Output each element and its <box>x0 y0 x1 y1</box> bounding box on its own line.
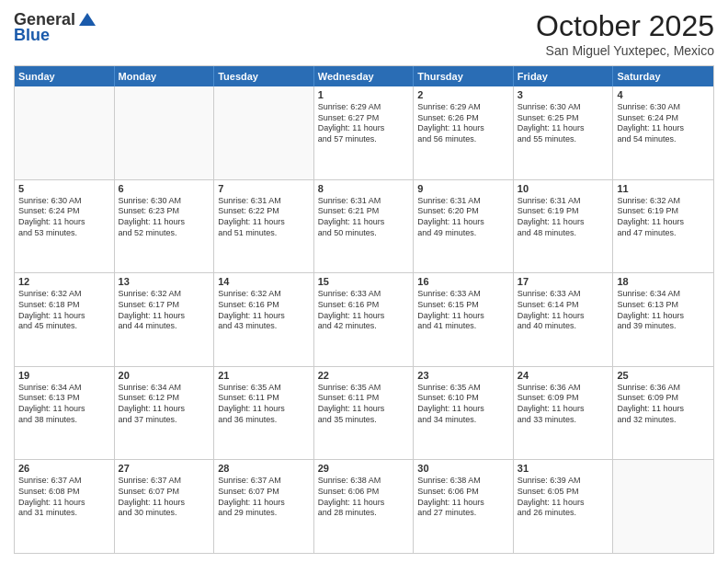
cell-info-line: and 48 minutes. <box>518 228 609 239</box>
day-number: 9 <box>417 183 509 194</box>
cell-info-line: Sunrise: 6:36 AM <box>617 383 710 394</box>
cell-info-line: Sunset: 6:16 PM <box>318 300 410 311</box>
calendar-cell-18: 18Sunrise: 6:34 AMSunset: 6:13 PMDayligh… <box>613 273 713 366</box>
cell-info-line: and 28 minutes. <box>318 508 410 519</box>
calendar-row-3: 12Sunrise: 6:32 AMSunset: 6:18 PMDayligh… <box>15 273 713 367</box>
cell-info-line: Sunrise: 6:29 AM <box>318 102 410 113</box>
day-number: 6 <box>119 183 210 194</box>
calendar-cell-3: 3Sunrise: 6:30 AMSunset: 6:25 PMDaylight… <box>514 86 614 179</box>
day-number: 3 <box>518 89 609 100</box>
cell-info-line: Sunset: 6:06 PM <box>417 487 509 498</box>
cell-info-line: Sunset: 6:19 PM <box>617 206 710 217</box>
weekday-header-saturday: Saturday <box>613 66 713 86</box>
day-number: 14 <box>218 276 310 287</box>
day-number: 21 <box>218 370 310 381</box>
cell-info-line: Sunset: 6:13 PM <box>617 300 710 311</box>
cell-info-line: Daylight: 11 hours <box>617 123 710 134</box>
cell-info-line: Sunrise: 6:37 AM <box>119 476 210 487</box>
day-number: 11 <box>617 183 710 194</box>
weekday-header-friday: Friday <box>514 66 614 86</box>
calendar-cell-8: 8Sunrise: 6:31 AMSunset: 6:21 PMDaylight… <box>314 180 415 273</box>
cell-info-line: and 57 minutes. <box>318 134 410 145</box>
cell-info-line: Sunset: 6:21 PM <box>318 206 410 217</box>
weekday-header-monday: Monday <box>115 66 215 86</box>
cell-info-line: Sunrise: 6:34 AM <box>119 383 210 394</box>
calendar-cell-empty-0 <box>15 86 115 179</box>
weekday-header-tuesday: Tuesday <box>214 66 314 86</box>
cell-info-line: Daylight: 11 hours <box>417 123 509 134</box>
calendar-cell-empty-2 <box>214 86 314 179</box>
cell-info-line: and 33 minutes. <box>518 415 609 426</box>
cell-info-line: and 37 minutes. <box>119 415 210 426</box>
cell-info-line: Daylight: 11 hours <box>318 123 410 134</box>
cell-info-line: and 30 minutes. <box>119 508 210 519</box>
day-number: 16 <box>417 276 509 287</box>
cell-info-line: Sunrise: 6:38 AM <box>417 476 509 487</box>
cell-info-line: Daylight: 11 hours <box>18 217 110 228</box>
cell-info-line: Daylight: 11 hours <box>318 217 410 228</box>
cell-info-line: Daylight: 11 hours <box>119 311 210 322</box>
day-number: 22 <box>318 370 410 381</box>
cell-info-line: Sunrise: 6:32 AM <box>18 289 110 300</box>
cell-info-line: Sunset: 6:09 PM <box>617 393 710 404</box>
calendar-body: 1Sunrise: 6:29 AMSunset: 6:27 PMDaylight… <box>15 86 713 553</box>
cell-info-line: Sunset: 6:06 PM <box>318 487 410 498</box>
calendar-cell-6: 6Sunrise: 6:30 AMSunset: 6:23 PMDaylight… <box>115 180 215 273</box>
logo-icon <box>77 9 97 29</box>
day-number: 25 <box>617 370 710 381</box>
calendar-cell-5: 5Sunrise: 6:30 AMSunset: 6:24 PMDaylight… <box>15 180 115 273</box>
cell-info-line: Daylight: 11 hours <box>518 123 609 134</box>
cell-info-line: and 42 minutes. <box>318 321 410 332</box>
calendar-cell-31: 31Sunrise: 6:39 AMSunset: 6:05 PMDayligh… <box>514 460 614 553</box>
day-number: 4 <box>617 89 710 100</box>
calendar-cell-14: 14Sunrise: 6:32 AMSunset: 6:16 PMDayligh… <box>214 273 314 366</box>
cell-info-line: Sunrise: 6:31 AM <box>417 196 509 207</box>
cell-info-line: Daylight: 11 hours <box>218 217 310 228</box>
day-number: 27 <box>119 463 210 474</box>
cell-info-line: Daylight: 11 hours <box>417 498 509 509</box>
cell-info-line: and 55 minutes. <box>518 134 609 145</box>
calendar-cell-11: 11Sunrise: 6:32 AMSunset: 6:19 PMDayligh… <box>613 180 713 273</box>
cell-info-line: Sunrise: 6:32 AM <box>617 196 710 207</box>
weekday-header-thursday: Thursday <box>414 66 514 86</box>
cell-info-line: Sunset: 6:08 PM <box>18 487 110 498</box>
cell-info-line: Sunrise: 6:30 AM <box>518 102 609 113</box>
cell-info-line: and 35 minutes. <box>318 415 410 426</box>
cell-info-line: Daylight: 11 hours <box>119 404 210 415</box>
cell-info-line: Sunset: 6:12 PM <box>119 393 210 404</box>
weekday-header-wednesday: Wednesday <box>314 66 415 86</box>
day-number: 17 <box>518 276 609 287</box>
calendar-cell-22: 22Sunrise: 6:35 AMSunset: 6:11 PMDayligh… <box>314 367 415 460</box>
day-number: 19 <box>18 370 110 381</box>
cell-info-line: and 51 minutes. <box>218 228 310 239</box>
cell-info-line: Daylight: 11 hours <box>318 311 410 322</box>
calendar-cell-21: 21Sunrise: 6:35 AMSunset: 6:11 PMDayligh… <box>214 367 314 460</box>
cell-info-line: and 38 minutes. <box>18 415 110 426</box>
calendar-cell-29: 29Sunrise: 6:38 AMSunset: 6:06 PMDayligh… <box>314 460 415 553</box>
page: General Blue October 2025 San Miguel Yux… <box>0 0 728 563</box>
cell-info-line: and 31 minutes. <box>18 508 110 519</box>
cell-info-line: Daylight: 11 hours <box>417 311 509 322</box>
cell-info-line: Sunrise: 6:33 AM <box>518 289 609 300</box>
calendar-cell-24: 24Sunrise: 6:36 AMSunset: 6:09 PMDayligh… <box>514 367 614 460</box>
cell-info-line: Sunrise: 6:30 AM <box>617 102 710 113</box>
cell-info-line: and 54 minutes. <box>617 134 710 145</box>
weekday-header-sunday: Sunday <box>15 66 115 86</box>
calendar-cell-26: 26Sunrise: 6:37 AMSunset: 6:08 PMDayligh… <box>15 460 115 553</box>
cell-info-line: Sunset: 6:17 PM <box>119 300 210 311</box>
cell-info-line: Daylight: 11 hours <box>617 311 710 322</box>
calendar-cell-27: 27Sunrise: 6:37 AMSunset: 6:07 PMDayligh… <box>115 460 215 553</box>
cell-info-line: Sunrise: 6:37 AM <box>18 476 110 487</box>
cell-info-line: Daylight: 11 hours <box>218 498 310 509</box>
cell-info-line: and 41 minutes. <box>417 321 509 332</box>
calendar-cell-empty-1 <box>115 86 215 179</box>
calendar-cell-15: 15Sunrise: 6:33 AMSunset: 6:16 PMDayligh… <box>314 273 415 366</box>
cell-info-line: Sunset: 6:24 PM <box>18 206 110 217</box>
cell-info-line: and 36 minutes. <box>218 415 310 426</box>
cell-info-line: and 47 minutes. <box>617 228 710 239</box>
cell-info-line: and 44 minutes. <box>119 321 210 332</box>
cell-info-line: Sunset: 6:13 PM <box>18 393 110 404</box>
calendar-cell-17: 17Sunrise: 6:33 AMSunset: 6:14 PMDayligh… <box>514 273 614 366</box>
cell-info-line: Sunset: 6:22 PM <box>218 206 310 217</box>
day-number: 31 <box>518 463 609 474</box>
